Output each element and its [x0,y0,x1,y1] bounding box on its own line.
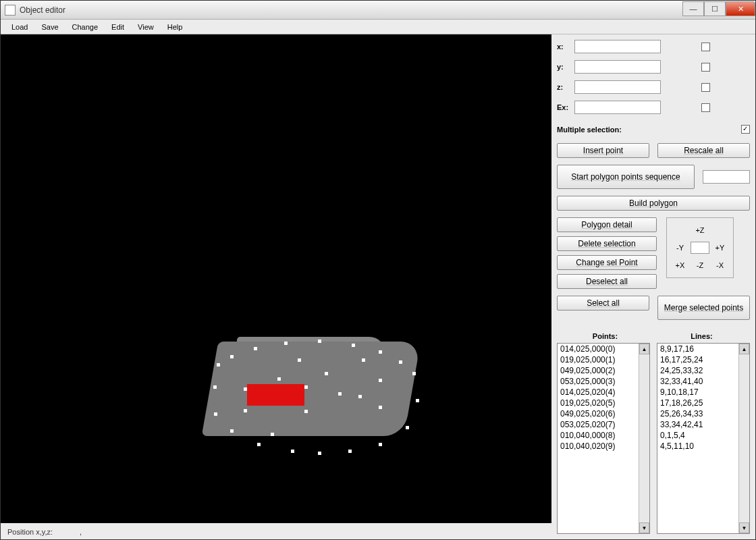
menu-view[interactable]: View [131,22,161,32]
menu-change[interactable]: Change [65,22,105,32]
vertex-point[interactable] [217,363,220,367]
y-checkbox[interactable] [701,63,710,72]
lines-scrollbar[interactable]: ▲ ▼ [738,344,749,533]
list-item[interactable]: 053,025,020(7) [558,419,649,430]
minimize-button[interactable]: — [682,1,704,16]
list-item[interactable]: 049,025,000(2) [558,365,649,376]
vertex-point[interactable] [338,392,342,396]
nav-plus-y[interactable]: +Y [716,244,725,252]
menu-load[interactable]: Load [5,22,34,32]
list-item[interactable]: 24,25,33,32 [657,365,749,376]
vertex-point[interactable] [230,429,234,433]
x-input[interactable] [574,40,661,53]
z-label: z: [557,83,574,91]
scroll-down-icon[interactable]: ▼ [739,522,749,533]
z-input[interactable] [574,80,661,94]
list-item[interactable]: 8,9,17,16 [657,344,749,354]
list-item[interactable]: 25,26,34,33 [657,408,749,419]
vertex-point[interactable] [348,450,352,453]
list-item[interactable]: 049,025,020(6) [558,408,649,419]
nav-minus-y[interactable]: -Y [676,244,684,252]
z-checkbox[interactable] [701,83,710,92]
vertex-point[interactable] [298,358,301,362]
points-listbox[interactable]: 014,025,000(0)019,025,000(1)049,025,000(… [557,343,650,534]
maximize-button[interactable]: ☐ [704,1,726,16]
list-item[interactable]: 019,025,000(1) [558,354,649,365]
vertex-point[interactable] [379,443,382,446]
list-item[interactable]: 053,025,000(3) [558,376,649,387]
close-button[interactable]: ✕ [726,1,755,16]
nav-center-input[interactable] [691,242,709,254]
vertex-point[interactable] [214,412,217,416]
list-item[interactable]: 16,17,25,24 [657,354,749,365]
multiple-selection-checkbox[interactable] [741,125,750,134]
vertex-point[interactable] [362,358,365,362]
vertex-point[interactable] [358,395,362,398]
vertex-point[interactable] [271,433,274,436]
rescale-all-button[interactable]: Rescale all [657,143,750,158]
viewport-canvas[interactable] [1,34,551,523]
lines-listbox[interactable]: 8,9,17,1616,17,25,2424,25,33,3232,33,41,… [657,343,750,534]
menu-save[interactable]: Save [34,22,65,32]
vertex-point[interactable] [416,399,419,402]
list-item[interactable]: 014,025,000(0) [558,344,649,354]
vertex-point[interactable] [412,372,416,375]
scroll-up-icon[interactable]: ▲ [739,344,749,354]
list-item[interactable]: 0,1,5,4 [657,430,749,441]
nav-minus-x[interactable]: -X [716,261,724,269]
menubar: Load Save Change Edit View Help [1,20,755,34]
build-polygon-button[interactable]: Build polygon [557,196,750,211]
list-item[interactable]: 9,10,18,17 [657,387,749,398]
vertex-point[interactable] [230,355,234,358]
scroll-up-icon[interactable]: ▲ [639,344,649,354]
vertex-point[interactable] [406,426,409,429]
vertex-point[interactable] [291,450,294,453]
list-item[interactable]: 019,025,020(5) [558,398,649,408]
vertex-point[interactable] [244,387,247,391]
nav-plus-z[interactable]: +Z [695,226,704,234]
deselect-all-button[interactable]: Deselect all [557,274,657,289]
rescale-input[interactable] [703,170,750,184]
vertex-point[interactable] [213,385,217,389]
status-value: , [80,528,82,536]
vertex-point[interactable] [399,360,402,364]
list-item[interactable]: 17,18,26,25 [657,398,749,408]
ex-input[interactable] [574,101,661,114]
list-item[interactable]: 010,040,000(8) [558,430,649,441]
vertex-point[interactable] [284,342,288,345]
list-item[interactable]: 33,34,42,41 [657,419,749,430]
points-scrollbar[interactable]: ▲ ▼ [639,344,649,533]
vertex-point[interactable] [352,344,355,347]
vertex-point[interactable] [254,347,257,350]
list-item[interactable]: 32,33,41,40 [657,376,749,387]
vertex-point[interactable] [325,372,328,375]
merge-points-button[interactable]: Merge selected points [657,296,750,320]
delete-selection-button[interactable]: Delete selection [557,236,657,251]
ex-checkbox[interactable] [701,103,710,112]
change-sel-point-button[interactable]: Change sel Point [557,255,657,270]
insert-point-button[interactable]: Insert point [557,143,649,158]
polygon-detail-button[interactable]: Polygon detail [557,217,657,232]
vertex-point[interactable] [257,443,261,446]
list-item[interactable]: 4,5,11,10 [657,441,749,452]
vertex-point[interactable] [379,379,382,382]
menu-help[interactable]: Help [161,22,190,32]
list-item[interactable]: 014,025,020(4) [558,387,649,398]
vertex-point[interactable] [318,340,321,343]
start-polygon-button[interactable]: Start polygon points sequence [557,165,695,189]
vertex-point[interactable] [379,350,382,354]
vertex-point[interactable] [277,377,281,381]
vertex-point[interactable] [379,406,382,409]
vertex-point[interactable] [304,410,308,413]
menu-edit[interactable]: Edit [105,22,131,32]
vertex-point[interactable] [318,452,321,455]
nav-plus-x[interactable]: +X [676,261,685,269]
vertex-point[interactable] [304,385,308,389]
nav-minus-z[interactable]: -Z [697,261,703,269]
select-all-button[interactable]: Select all [557,296,649,310]
list-item[interactable]: 010,040,020(9) [558,441,649,452]
y-input[interactable] [574,60,661,74]
scroll-down-icon[interactable]: ▼ [639,522,649,533]
x-checkbox[interactable] [701,43,710,51]
vertex-point[interactable] [244,409,247,412]
